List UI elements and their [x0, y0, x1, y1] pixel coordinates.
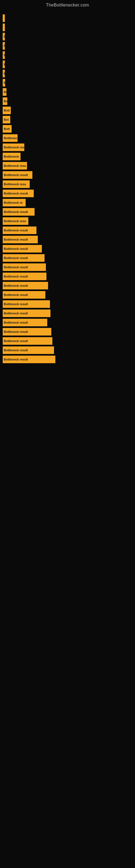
bar-row: Bottleneck result: [3, 355, 135, 363]
bar-row: Bottleneck result: [3, 291, 135, 299]
bar-label: Bot: [4, 118, 9, 121]
bar-row: Bottleneck result: [3, 319, 135, 326]
bar-item: [3, 24, 5, 31]
bar-row: Bottleneck res: [3, 144, 135, 151]
bar-item: Bottleneck result: [3, 273, 46, 280]
bar-row: [3, 24, 135, 31]
bar-row: Bot: [3, 116, 135, 123]
bar-item: Bottleneck resu: [3, 217, 28, 225]
bar-item: Bottleneck re: [3, 199, 26, 207]
bar-label: Bottleneck result: [4, 339, 28, 343]
bar-item: Bottlenec: [3, 134, 17, 142]
bar-label: B: [4, 54, 5, 57]
bar-item: F: [3, 33, 5, 40]
bar-label: Bottleneck result: [4, 293, 28, 297]
bar-label: Bottlenec: [4, 136, 17, 140]
bars-container: FFBEEBBoBoBottBotBottBottlenecBottleneck…: [0, 9, 135, 368]
bar-item: Bottleneck result: [3, 245, 42, 252]
bar-row: Bottleneck re: [3, 199, 135, 207]
bar-item: Bottleneck result: [3, 236, 38, 243]
bar-label: Bo: [4, 90, 6, 94]
bar-item: Bottleneck result: [3, 254, 45, 262]
bar-row: Bottleneck result: [3, 226, 135, 234]
bar-label: Bottleneck result: [4, 321, 28, 324]
bar-label: E: [4, 63, 5, 66]
bar-label: Bottleneck result: [4, 266, 28, 269]
bar-label: E: [4, 72, 5, 75]
bar-item: E: [3, 70, 5, 77]
bar-item: Bo: [3, 97, 7, 105]
bar-label: Bottleneck: [4, 155, 19, 158]
bar-item: Bottleneck result: [3, 328, 51, 336]
bar-item: B: [3, 51, 5, 59]
bar-row: Bottleneck result: [3, 208, 135, 216]
bar-row: Bottleneck result: [3, 337, 135, 345]
bar-item: Bo: [3, 88, 6, 96]
bar-row: Bottleneck resu: [3, 180, 135, 188]
bar-row: F: [3, 33, 135, 40]
bar-item: B: [3, 79, 5, 87]
bar-label: F: [4, 44, 5, 48]
bar-item: Bottleneck result: [3, 291, 45, 299]
bar-row: Bottleneck resu: [3, 217, 135, 225]
bar-label: F: [4, 35, 5, 38]
bar-label: Bottleneck result: [4, 284, 28, 287]
bar-item: Bot: [3, 116, 10, 123]
bar-row: Bottleneck result: [3, 282, 135, 289]
bar-item: F: [3, 42, 5, 50]
bar-label: Bottleneck result: [4, 173, 28, 177]
bar-row: Bottleneck result: [3, 328, 135, 336]
bar-item: Bottleneck res: [3, 144, 24, 151]
bar-item: Bottleneck result: [3, 319, 47, 326]
bar-label: Bottleneck result: [4, 256, 28, 259]
bar-item: Bottleneck: [3, 153, 20, 160]
site-title: TheBottlenecker.com: [0, 0, 135, 9]
bar-label: Bottleneck res: [4, 146, 24, 149]
bar-row: Bottleneck result: [3, 236, 135, 243]
bar-label: Bottleneck result: [4, 312, 28, 315]
bar-row: Bottleneck result: [3, 245, 135, 252]
bar-row: Bottleneck result: [3, 190, 135, 197]
bar-row: Bottleneck result: [3, 264, 135, 271]
bar-row: Bo: [3, 97, 135, 105]
bar-label: Bottleneck resu: [4, 219, 26, 223]
bar-item: Bottleneck result: [3, 190, 34, 197]
bar-item: Bottleneck result: [3, 310, 50, 317]
bar-item: Bottleneck result: [3, 264, 46, 271]
bar-row: Bottleneck result: [3, 346, 135, 354]
bar-label: Bottleneck result: [4, 247, 28, 250]
bar-row: Bottleneck result: [3, 310, 135, 317]
bar-row: Bottleneck resu: [3, 162, 135, 169]
bar-label: Bottleneck resu: [4, 183, 26, 186]
bar-item: Bott: [3, 106, 11, 114]
bar-label: Bottleneck result: [4, 358, 28, 361]
bar-label: Bottleneck result: [4, 238, 28, 241]
bar-item: Bottleneck result: [3, 282, 48, 289]
bar-row: Bottleneck result: [3, 273, 135, 280]
bar-item: Bottleneck result: [3, 355, 55, 363]
bar-row: Bottleneck: [3, 153, 135, 160]
bar-item: Bottleneck resu: [3, 162, 27, 169]
bar-row: Bottlenec: [3, 134, 135, 142]
bar-label: Bottleneck resu: [4, 164, 26, 167]
bar-label: Bo: [4, 99, 7, 103]
bar-row: Bo: [3, 88, 135, 96]
bar-row: Bottleneck result: [3, 171, 135, 179]
bar-row: Bott: [3, 106, 135, 114]
bar-item: Bott: [3, 125, 12, 133]
bar-row: E: [3, 61, 135, 68]
bar-label: Bottleneck result: [4, 229, 28, 232]
bar-item: [3, 14, 5, 22]
bar-label: Bottleneck re: [4, 201, 23, 204]
bar-label: Bott: [4, 109, 10, 112]
bar-row: Bott: [3, 125, 135, 133]
bar-item: Bottleneck result: [3, 337, 52, 345]
bar-row: Bottleneck result: [3, 300, 135, 308]
bar-row: B: [3, 51, 135, 59]
bar-row: F: [3, 42, 135, 50]
bar-item: Bottleneck result: [3, 208, 35, 216]
bar-item: Bottleneck result: [3, 171, 32, 179]
bar-label: Bottleneck result: [4, 192, 28, 195]
bar-item: Bottleneck resu: [3, 180, 30, 188]
bar-row: Bottleneck result: [3, 254, 135, 262]
